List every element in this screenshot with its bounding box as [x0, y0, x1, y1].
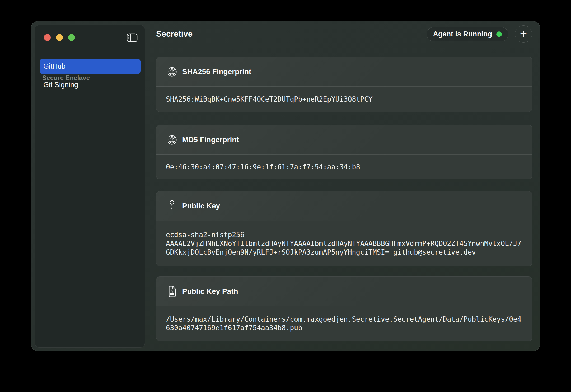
card-title: MD5 Fingerprint — [182, 136, 239, 144]
add-key-button[interactable]: + — [515, 25, 532, 43]
title-bar-actions: Agent is Running + — [427, 25, 532, 43]
key-icon — [165, 200, 179, 212]
traffic-lights — [44, 34, 75, 41]
minimize-button[interactable] — [56, 34, 63, 41]
fingerprint-icon — [165, 66, 179, 78]
card-header: Public Key — [156, 191, 532, 221]
public-key-card: Public Key ecdsa-sha2-nistp256 AAAAE2VjZ… — [156, 191, 532, 266]
card-header: Public Key Path — [156, 277, 532, 306]
public-key-path-value: /Users/max/Library/Containers/com.maxgoe… — [166, 315, 522, 332]
page-title: Secretive — [156, 29, 193, 39]
card-title: Public Key — [182, 202, 220, 210]
agent-status-label: Agent is Running — [433, 30, 492, 38]
agent-running-dot-icon — [496, 31, 502, 37]
zoom-button[interactable] — [68, 34, 75, 41]
agent-status-badge[interactable]: Agent is Running — [427, 27, 508, 41]
card-body: 0e:46:30:a4:07:47:16:9e:1f:61:7a:f7:54:a… — [156, 155, 532, 179]
card-title: SHA256 Fingerprint — [182, 68, 251, 76]
sha256-fingerprint-card: SHA256 Fingerprint SHA256:WiBqBK+Cnw5KFF… — [156, 57, 532, 112]
sidebar-item-label: GitHub — [43, 62, 65, 70]
app-window: Secure Enclave GitHub Git Signing Secret… — [31, 21, 540, 351]
sidebar-item-git-signing[interactable]: Git Signing — [40, 77, 141, 92]
sidebar-toggle-button[interactable] — [126, 33, 138, 43]
sidebar-toggle-icon — [126, 33, 138, 43]
sidebar-item-label: Git Signing — [43, 81, 78, 89]
sha256-fingerprint-value: SHA256:WiBqBK+Cnw5KFF4OCeT2DUTqPb+neR2Ep… — [166, 95, 522, 104]
sidebar: Secure Enclave GitHub Git Signing — [35, 25, 145, 348]
fingerprint-icon — [165, 134, 179, 146]
md5-fingerprint-value: 0e:46:30:a4:07:47:16:9e:1f:61:7a:f7:54:a… — [166, 163, 522, 171]
plus-icon: + — [520, 27, 527, 40]
card-body: /Users/max/Library/Containers/com.maxgoe… — [156, 306, 532, 341]
md5-fingerprint-card: MD5 Fingerprint 0e:46:30:a4:07:47:16:9e:… — [156, 125, 532, 179]
card-header: SHA256 Fingerprint — [156, 57, 532, 87]
card-body: SHA256:WiBqBK+Cnw5KFF4OCeT2DUTqPb+neR2Ep… — [156, 87, 532, 112]
card-header: MD5 Fingerprint — [156, 125, 532, 155]
public-key-path-card: Public Key Path /Users/max/Library/Conta… — [156, 276, 532, 341]
sidebar-item-github[interactable]: GitHub — [40, 59, 141, 74]
card-title: Public Key Path — [182, 287, 238, 296]
public-key-value: ecdsa-sha2-nistp256 AAAAE2VjZHNhLXNoYTIt… — [166, 231, 522, 257]
document-lock-icon — [165, 285, 179, 298]
card-body: ecdsa-sha2-nistp256 AAAAE2VjZHNhLXNoYTIt… — [156, 221, 532, 266]
close-button[interactable] — [44, 34, 51, 41]
title-bar: Secretive Agent is Running + — [156, 21, 532, 47]
